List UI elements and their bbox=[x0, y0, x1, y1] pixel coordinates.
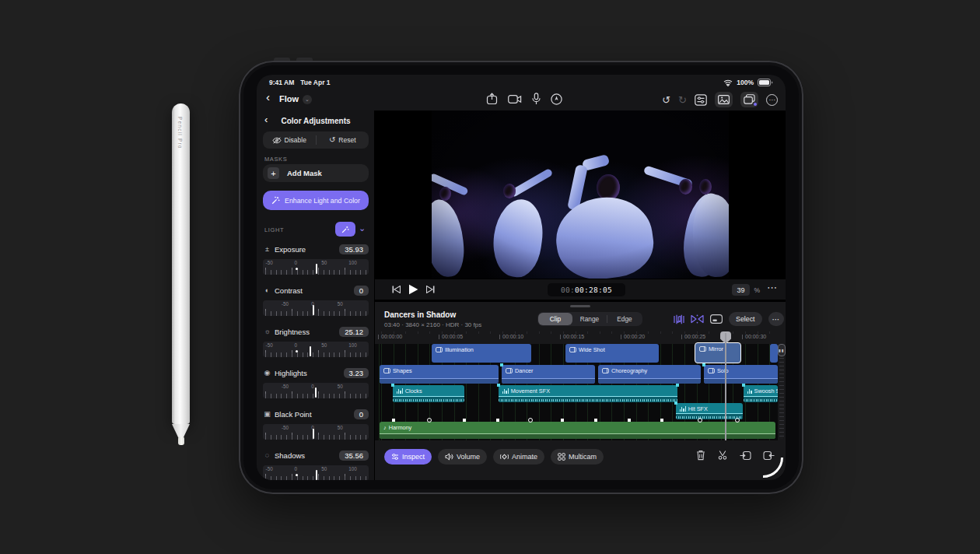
clip-solo[interactable]: Solo bbox=[704, 365, 778, 384]
clip-partial[interactable] bbox=[770, 344, 778, 363]
draw-icon[interactable] bbox=[551, 93, 562, 105]
clip-hit-sfx[interactable]: Hit SFX bbox=[676, 403, 743, 419]
mode-edge[interactable]: Edge bbox=[607, 313, 642, 325]
timeline-panel: Dancers in Shadow 03:40 · 3840 × 2160 · … bbox=[375, 301, 786, 480]
keyframe-marker[interactable] bbox=[528, 418, 533, 423]
clips-overlay-icon[interactable] bbox=[740, 92, 758, 107]
redo-icon[interactable]: ↻ bbox=[678, 95, 687, 105]
ruler-label: 00:00:00 bbox=[381, 334, 402, 339]
clip-choreography[interactable]: Choreography bbox=[598, 365, 701, 384]
clip-shapes[interactable]: Shapes bbox=[380, 365, 499, 384]
keyframe-marker[interactable] bbox=[698, 418, 702, 423]
edit-point[interactable] bbox=[674, 401, 677, 405]
viewer-more-icon[interactable]: ⋯ bbox=[767, 282, 778, 293]
slider-needle[interactable] bbox=[316, 264, 317, 274]
animate-button[interactable]: Animate bbox=[493, 449, 544, 465]
trim-mode-icon[interactable] bbox=[691, 314, 704, 324]
clip-waveform-strip bbox=[380, 433, 775, 439]
slider-ruler[interactable]: -50 0 50 bbox=[263, 300, 369, 316]
keyframe-marker[interactable] bbox=[735, 418, 740, 423]
play-button[interactable] bbox=[408, 284, 418, 295]
project-disclosure-icon[interactable]: ⌄ bbox=[303, 95, 312, 104]
reset-button[interactable]: ↺ Reset bbox=[317, 131, 369, 149]
keyframe-marker[interactable] bbox=[628, 419, 631, 422]
keyframe-marker[interactable] bbox=[561, 419, 564, 422]
clip-swoosh-sfx[interactable]: Swoosh SFX bbox=[744, 385, 778, 402]
slider-needle[interactable] bbox=[316, 470, 317, 480]
edit-point[interactable] bbox=[391, 384, 394, 387]
edit-point[interactable] bbox=[497, 384, 500, 387]
slider-value[interactable]: 0 bbox=[354, 409, 369, 419]
light-auto-button[interactable] bbox=[335, 222, 355, 237]
slider-value[interactable]: 35.93 bbox=[339, 244, 369, 254]
edit-point[interactable] bbox=[676, 384, 679, 387]
keyframe-marker[interactable] bbox=[427, 418, 432, 423]
edit-point[interactable] bbox=[702, 363, 705, 366]
enhance-light-color-button[interactable]: Enhance Light and Color bbox=[263, 191, 369, 210]
add-mask-button[interactable]: + Add Mask bbox=[263, 164, 369, 182]
edit-point[interactable] bbox=[500, 363, 503, 366]
volume-button[interactable]: Volume bbox=[438, 449, 487, 465]
mode-range[interactable]: Range bbox=[572, 313, 607, 325]
slider-value[interactable]: 3.23 bbox=[344, 368, 369, 378]
back-chevron-icon[interactable]: ‹ bbox=[266, 90, 270, 103]
slider-ruler[interactable]: -50 0 50 100 bbox=[263, 465, 369, 480]
media-browser-icon[interactable] bbox=[715, 92, 733, 107]
transport-bar: 00:00:28:05 39 % ⋯ bbox=[375, 279, 786, 300]
undo-icon[interactable]: ↺ bbox=[662, 95, 670, 105]
slider-ruler[interactable]: -50 0 50 bbox=[263, 424, 369, 440]
timeline-tracks[interactable]: Illumination Wide Shot Mirror Shapes bbox=[375, 344, 778, 440]
keyframe-marker[interactable] bbox=[496, 419, 499, 422]
multicam-button[interactable]: Multicam bbox=[551, 449, 604, 465]
more-icon[interactable]: ⋯ bbox=[766, 94, 778, 106]
export-icon[interactable] bbox=[486, 93, 498, 105]
slider-needle[interactable] bbox=[310, 346, 311, 356]
adjustments-icon[interactable] bbox=[695, 94, 707, 106]
slider-value[interactable]: 25.12 bbox=[339, 327, 369, 337]
tool-label: Volume bbox=[457, 453, 480, 461]
blade-icon[interactable] bbox=[717, 450, 728, 461]
keyframe-marker[interactable] bbox=[594, 419, 597, 422]
select-button[interactable]: Select bbox=[729, 312, 761, 326]
clip-appearance-icon[interactable] bbox=[674, 314, 684, 324]
clip-harmony[interactable]: ♪Harmony bbox=[380, 422, 775, 439]
skip-to-start-icon[interactable] bbox=[392, 286, 401, 293]
slider-ruler[interactable]: -50 0 50 bbox=[263, 383, 369, 398]
slider-ruler[interactable]: -50 0 50 100 bbox=[263, 259, 369, 275]
panel-drag-handle[interactable] bbox=[570, 305, 590, 307]
keyframe-marker[interactable] bbox=[660, 419, 663, 422]
zoom-level[interactable]: 39 bbox=[732, 284, 750, 296]
edit-point[interactable] bbox=[742, 384, 745, 387]
slider-ruler[interactable]: -50 0 50 100 bbox=[263, 342, 369, 357]
clip-dancer[interactable]: Dancer bbox=[502, 365, 595, 384]
project-title[interactable]: Flow bbox=[279, 94, 299, 103]
slider-needle[interactable] bbox=[313, 429, 314, 439]
slider-value[interactable]: 0 bbox=[354, 286, 369, 296]
slider-needle[interactable] bbox=[315, 387, 317, 398]
microphone-icon[interactable] bbox=[532, 93, 541, 105]
clip-mirror-selected[interactable]: Mirror bbox=[695, 342, 741, 363]
slider-needle[interactable] bbox=[313, 305, 314, 315]
track-scroll-handle[interactable]: ▮▮ bbox=[778, 344, 786, 356]
zero-marker bbox=[296, 268, 298, 270]
keyframe-marker[interactable] bbox=[392, 419, 395, 422]
clip-wide-shot[interactable]: Wide Shot bbox=[565, 344, 659, 363]
clip-illumination[interactable]: Illumination bbox=[432, 344, 531, 363]
skip-to-end-icon[interactable] bbox=[426, 286, 435, 293]
pip-viewer-icon[interactable] bbox=[710, 314, 723, 324]
track-height-scrollbar[interactable] bbox=[778, 344, 786, 440]
inspect-button[interactable]: Inspect bbox=[384, 449, 432, 465]
insert-clip-icon[interactable] bbox=[740, 451, 751, 461]
keyframe-marker[interactable] bbox=[463, 419, 466, 422]
camera-icon[interactable] bbox=[508, 94, 522, 104]
mode-clip[interactable]: Clip bbox=[538, 313, 572, 325]
clip-movement-sfx[interactable]: Movement SFX bbox=[499, 385, 677, 402]
clip-clocks[interactable]: Clocks bbox=[393, 385, 464, 402]
timeline-more-icon[interactable]: ⋯ bbox=[768, 312, 785, 326]
slider-value[interactable]: 35.56 bbox=[339, 451, 369, 461]
disable-button[interactable]: Disable bbox=[263, 131, 316, 149]
tick-label: 100 bbox=[348, 342, 357, 348]
trash-icon[interactable] bbox=[696, 450, 705, 461]
playhead-line[interactable] bbox=[725, 333, 726, 440]
light-collapse-chevron-icon[interactable]: ⌄ bbox=[359, 223, 366, 233]
